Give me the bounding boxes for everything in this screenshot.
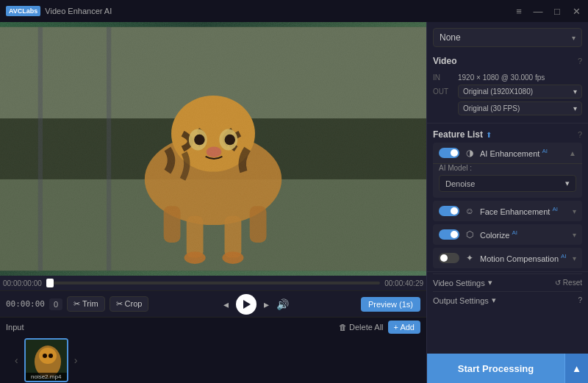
video-in-row: IN 1920 × 1080 @ 30.000 fps: [433, 74, 582, 82]
colorize-item: ⬡ Colorize AI ▾: [433, 224, 582, 245]
face-toggle-thumb: [451, 207, 458, 215]
preview-button[interactable]: Preview (1s): [361, 297, 420, 312]
frame-display: 0: [49, 298, 62, 310]
resolution-arrow-icon: ▾: [573, 87, 577, 96]
motion-compensation-item: ✦ Motion Compensation AI ▾: [433, 248, 582, 268]
ai-model-dropdown[interactable]: Denoise ▾: [439, 175, 576, 192]
ai-enhancement-toggle[interactable]: [439, 148, 459, 158]
video-section-header: Video ?: [433, 53, 582, 69]
svg-point-23: [49, 354, 53, 358]
ai-enhancement-collapse-icon[interactable]: ▲: [569, 149, 576, 157]
start-processing-button[interactable]: Start Processing: [427, 354, 564, 383]
add-file-button[interactable]: + Add: [388, 321, 420, 334]
right-scroll[interactable]: None ▾ Video ? IN 1920 × 1080 @ 30.000 f…: [427, 22, 588, 383]
ai-model-arrow-icon: ▾: [565, 179, 570, 188]
volume-button[interactable]: 🔊: [276, 298, 289, 310]
time-end: 00:00:40:29: [384, 279, 423, 287]
controls-bar: 00:00:00 0 ✂ Trim ✂ Crop ◂ ▸ 🔊 Preview (…: [0, 290, 426, 317]
timeline[interactable]: 00:00:00:00 00:00:40:29: [0, 276, 426, 290]
file-thumbnail[interactable]: noise2.mp4: [24, 338, 68, 382]
bottom-settings: Video Settings ▾ ↺ Reset Output Settings…: [427, 273, 588, 309]
ai-enhancement-row: ◑ AI Enhancement AI ▲: [433, 143, 582, 163]
svg-rect-18: [0, 27, 426, 271]
minimize-button[interactable]: —: [532, 6, 544, 17]
delete-label: Delete All: [349, 323, 383, 332]
next-frame-button[interactable]: ▸: [261, 298, 272, 310]
fps-dropdown[interactable]: Original (30 FPS) ▾: [458, 101, 582, 115]
video-out-row: OUT Original (1920X1080) ▾: [433, 85, 582, 99]
toggle-thumb: [451, 149, 458, 157]
output-help-icon[interactable]: ?: [578, 296, 582, 304]
logo-badge: AVCLabs: [6, 6, 40, 16]
scroll-right-button[interactable]: ›: [74, 354, 78, 366]
motion-compensation-expand-icon[interactable]: ▾: [573, 254, 576, 262]
ai-model-label: AI Model :: [439, 164, 576, 172]
trim-button[interactable]: ✂ Trim: [67, 296, 104, 312]
file-name: noise2.mp4: [26, 373, 67, 381]
resolution-value: Original (1920X1080): [463, 87, 533, 96]
face-enhancement-item: ☺ Face Enhancement AI ▾: [433, 201, 582, 221]
video-settings-row[interactable]: Video Settings ▾ ↺ Reset: [433, 273, 582, 291]
colorize-name: Colorize AI: [480, 229, 568, 240]
motion-toggle-thumb: [440, 254, 448, 262]
right-panel: None ▾ Video ? IN 1920 × 1080 @ 30.000 f…: [426, 22, 588, 383]
timeline-track[interactable]: [46, 282, 380, 284]
sort-icon[interactable]: ⬆: [486, 131, 492, 139]
window-controls: ≡ — □ ✕: [513, 6, 582, 17]
face-enhancement-icon: ☺: [464, 205, 476, 217]
face-enhancement-toggle[interactable]: [439, 206, 459, 216]
motion-compensation-name: Motion Compensation AI: [480, 253, 568, 263]
motion-compensation-toggle[interactable]: [439, 253, 459, 263]
face-enhancement-name: Face Enhancement AI: [480, 206, 568, 216]
time-start: 00:00:00:00: [3, 279, 42, 287]
colorize-icon: ⬡: [464, 229, 476, 240]
play-button[interactable]: [236, 294, 257, 315]
input-actions: 🗑 Delete All + Add: [339, 321, 420, 334]
left-panel: 00:00:00:00 00:00:40:29 00:00:00 0 ✂ Tri…: [0, 22, 426, 383]
crop-button[interactable]: ✂ Crop: [110, 296, 149, 312]
svg-point-21: [39, 348, 57, 364]
scroll-left-button[interactable]: ‹: [15, 354, 18, 366]
colorize-toggle[interactable]: [439, 229, 459, 240]
output-settings-row[interactable]: Output Settings ▾ ?: [433, 291, 582, 309]
motion-ai-badge: AI: [561, 253, 567, 259]
input-header: Input 🗑 Delete All + Add: [0, 318, 426, 337]
fps-value: Original (30 FPS): [463, 104, 520, 112]
preset-dropdown[interactable]: None ▾: [433, 28, 582, 47]
fps-row: Original (30 FPS) ▾: [433, 101, 582, 115]
maximize-button[interactable]: □: [551, 6, 563, 17]
preset-arrow-icon: ▾: [572, 34, 576, 42]
video-settings-label: Video Settings ▾: [433, 278, 492, 287]
face-enhancement-expand-icon[interactable]: ▾: [573, 207, 576, 215]
start-processing-expand-button[interactable]: ▲: [564, 354, 588, 383]
video-help-icon[interactable]: ?: [578, 57, 582, 65]
menu-icon[interactable]: ≡: [513, 6, 525, 17]
start-expand-icon: ▲: [572, 363, 581, 374]
feature-help-icon[interactable]: ?: [578, 130, 582, 139]
face-enhancement-row: ☺ Face Enhancement AI ▾: [433, 201, 582, 221]
motion-compensation-row: ✦ Motion Compensation AI ▾: [433, 248, 582, 268]
divider-2: [427, 271, 588, 272]
title-bar: AVCLabs Video Enhancer AI ≡ — □ ✕: [0, 0, 588, 22]
motion-compensation-icon: ✦: [464, 252, 476, 264]
preset-value: None: [440, 32, 461, 43]
reset-button[interactable]: ↺ Reset: [555, 279, 582, 287]
video-section: Video ?: [427, 50, 588, 72]
svg-point-22: [43, 354, 47, 358]
delete-all-button[interactable]: 🗑 Delete All: [339, 321, 383, 334]
prev-frame-button[interactable]: ◂: [220, 298, 232, 310]
feature-list-header: Feature List ⬆ ?: [433, 125, 582, 143]
resolution-dropdown[interactable]: Original (1920X1080) ▾: [458, 85, 582, 99]
input-panel: Input 🗑 Delete All + Add ‹: [0, 317, 426, 383]
play-icon: [243, 300, 251, 309]
colorize-expand-icon[interactable]: ▾: [573, 231, 576, 239]
ai-model-value: Denoise: [445, 179, 475, 188]
ai-enhancement-name: AI Enhancement AI: [480, 148, 564, 158]
colorize-toggle-thumb: [451, 231, 458, 238]
start-processing-area: Start Processing ▲: [427, 354, 588, 383]
app-logo: AVCLabs Video Enhancer AI: [6, 6, 112, 16]
timeline-thumb[interactable]: [46, 279, 54, 287]
close-button[interactable]: ✕: [570, 6, 582, 17]
in-label: IN: [433, 74, 453, 82]
ai-enhancement-item: ◑ AI Enhancement AI ▲ AI Model : Denoise…: [433, 143, 582, 198]
